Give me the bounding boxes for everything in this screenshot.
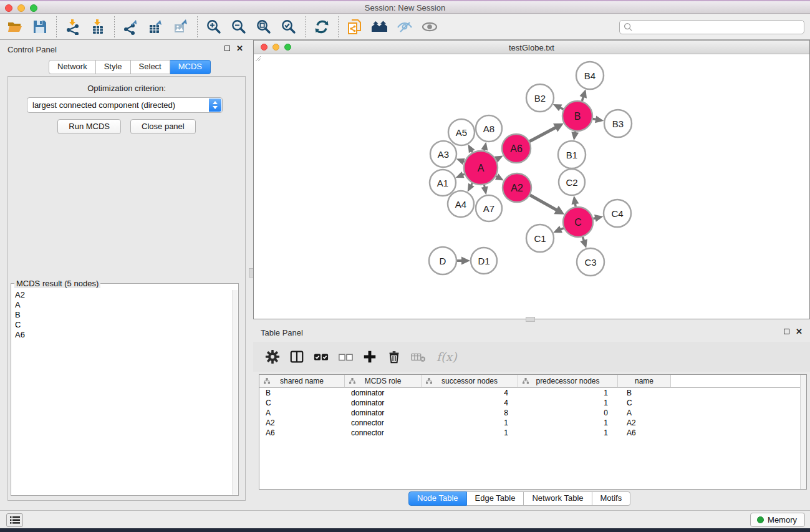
table-scrollbar[interactable] — [800, 375, 806, 489]
column-header-mcds-role[interactable]: MCDS role — [345, 375, 422, 388]
deselect-all-button[interactable] — [337, 349, 354, 365]
export-image-button[interactable] — [168, 16, 193, 37]
search-field[interactable] — [619, 20, 804, 34]
zoom-out-button[interactable] — [226, 16, 251, 37]
close-table-panel-icon[interactable]: ✕ — [796, 328, 803, 335]
cell[interactable]: dominator — [345, 388, 422, 398]
import-table-button[interactable] — [85, 16, 110, 37]
search-input[interactable] — [633, 21, 804, 34]
optimization-criterion-select[interactable]: largest connected component (directed) — [27, 97, 223, 113]
delete-table-button — [410, 349, 427, 365]
result-item-A[interactable]: A — [12, 300, 232, 310]
import-network-button[interactable] — [60, 16, 85, 37]
float-panel-icon[interactable] — [224, 46, 230, 51]
import-network-icon — [65, 19, 81, 35]
cell[interactable]: 1 — [518, 428, 618, 438]
cell[interactable]: dominator — [345, 398, 422, 408]
cell[interactable]: B — [259, 388, 345, 398]
cell[interactable]: A — [618, 408, 671, 418]
cell[interactable]: connector — [345, 418, 422, 428]
table-header-row: shared name MCDS role successor nodes pr… — [259, 375, 806, 388]
table-row-A6[interactable]: A6connector11A6 — [259, 428, 800, 438]
select-all-button[interactable] — [313, 349, 329, 365]
export-table-button[interactable] — [143, 16, 168, 37]
cell[interactable]: A2 — [618, 418, 671, 428]
toolbar-separator — [305, 16, 306, 37]
result-item-C[interactable]: C — [12, 320, 232, 330]
tab-style[interactable]: Style — [96, 60, 131, 74]
tab-select[interactable]: Select — [131, 60, 170, 74]
export-network-button[interactable] — [118, 16, 143, 37]
column-label: shared name — [280, 377, 324, 385]
column-header-successor-nodes[interactable]: successor nodes — [422, 375, 518, 388]
graph-node-label-A3: A3 — [438, 149, 449, 160]
cell[interactable]: dominator — [345, 408, 422, 418]
cell[interactable]: 4 — [422, 388, 518, 398]
hide-details-button[interactable] — [392, 16, 417, 37]
network-window-titlebar[interactable]: testGlobe.txt — [254, 41, 809, 54]
result-list-scrollbar[interactable] — [232, 290, 238, 495]
tab-network[interactable]: Network — [49, 60, 96, 74]
network-canvas[interactable]: B4B2BB3B1A5A8A6A3AA1A2C2A4A7CC4C1C3DD1 — [254, 54, 809, 319]
table-row-A[interactable]: Adominator80A — [259, 408, 800, 418]
tab-node-table[interactable]: Node Table — [408, 491, 467, 506]
add-column-button[interactable] — [362, 349, 378, 365]
resize-corner-icon[interactable] — [254, 54, 261, 62]
cell[interactable]: A — [259, 408, 345, 418]
cell[interactable]: C — [618, 398, 671, 408]
memory-button[interactable]: Memory — [750, 513, 805, 527]
graph-node-label-B: B — [574, 111, 581, 122]
table-row-A2[interactable]: A2connector11A2 — [259, 418, 800, 428]
close-panel-icon[interactable]: ✕ — [236, 45, 243, 52]
zoom-fit-button[interactable] — [251, 16, 276, 37]
delete-column-button[interactable] — [386, 349, 402, 365]
graph-edge-arrowhead — [572, 196, 579, 205]
column-header-predecessor-nodes[interactable]: predecessor nodes — [518, 375, 618, 388]
cell[interactable]: A2 — [259, 418, 345, 428]
home-button[interactable] — [367, 16, 392, 37]
tab-mcds[interactable]: MCDS — [170, 60, 211, 74]
cell[interactable]: A6 — [259, 428, 345, 438]
cell[interactable]: 8 — [422, 408, 518, 418]
cell[interactable]: 0 — [518, 408, 618, 418]
close-panel-button[interactable]: Close panel — [130, 119, 196, 134]
graph-node-label-B2: B2 — [534, 93, 546, 104]
tab-motifs[interactable]: Motifs — [592, 491, 631, 506]
show-details-button[interactable] — [417, 16, 442, 37]
cell[interactable]: 4 — [422, 398, 518, 408]
refresh-view-button[interactable] — [309, 16, 334, 37]
result-item-A6[interactable]: A6 — [12, 330, 232, 340]
cell[interactable]: A6 — [618, 428, 671, 438]
cell[interactable]: C — [259, 398, 345, 408]
tab-edge-table[interactable]: Edge Table — [467, 491, 524, 506]
cell[interactable]: 1 — [518, 388, 618, 398]
show-columns-button[interactable] — [289, 349, 305, 365]
save-session-button[interactable] — [27, 16, 52, 37]
table-row-B[interactable]: Bdominator41B — [259, 388, 800, 398]
cell[interactable]: 1 — [422, 418, 518, 428]
cell[interactable]: 1 — [518, 418, 618, 428]
column-header-name[interactable]: name — [618, 375, 671, 388]
horizontal-splitter-handle[interactable] — [526, 317, 535, 322]
graph-edge-A2-C[interactable] — [530, 195, 557, 211]
tab-network-table[interactable]: Network Table — [524, 491, 592, 506]
cell[interactable]: 1 — [518, 398, 618, 408]
column-header-shared-name[interactable]: shared name — [259, 375, 345, 388]
graph-edge-A6-B[interactable] — [529, 127, 556, 142]
open-file-button[interactable] — [2, 16, 27, 37]
cell[interactable]: connector — [345, 428, 422, 438]
cell[interactable]: B — [618, 388, 671, 398]
network-document-button[interactable] — [342, 16, 367, 37]
graph-edge-arrowhead — [461, 256, 470, 264]
result-item-A2[interactable]: A2 — [12, 290, 232, 300]
float-table-panel-icon[interactable] — [784, 329, 789, 334]
result-item-B[interactable]: B — [12, 310, 232, 320]
task-history-button[interactable] — [6, 513, 23, 527]
zoom-selected-button[interactable] — [276, 16, 301, 37]
table-toolbar: f(x) — [253, 342, 810, 372]
run-mcds-button[interactable]: Run MCDS — [57, 119, 121, 134]
cell[interactable]: 1 — [422, 428, 518, 438]
table-row-C[interactable]: Cdominator41C — [259, 398, 800, 408]
table-settings-button[interactable] — [264, 349, 281, 365]
zoom-in-button[interactable] — [201, 16, 226, 37]
